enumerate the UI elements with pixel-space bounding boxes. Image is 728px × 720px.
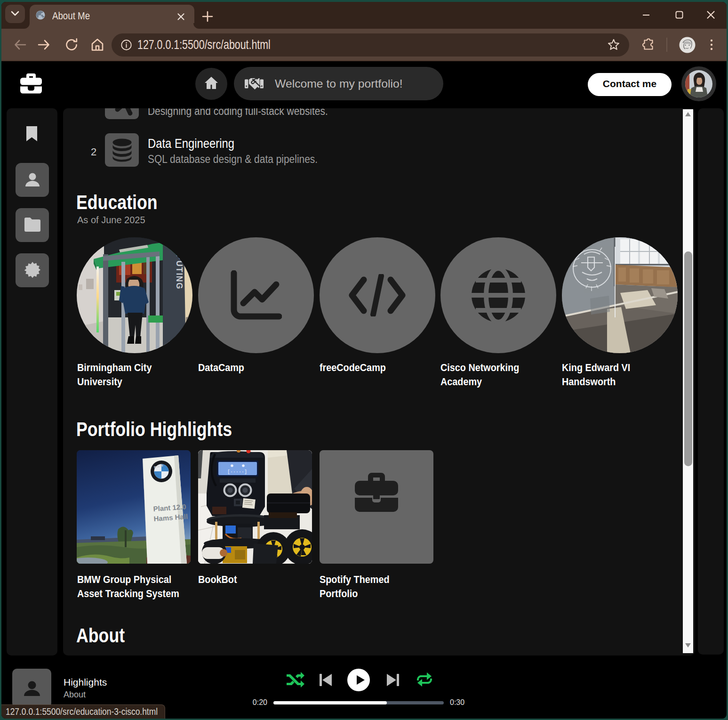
svg-text:PUTING: PUTING — [175, 254, 184, 290]
svg-text:[·····]: [·····] — [227, 469, 247, 475]
